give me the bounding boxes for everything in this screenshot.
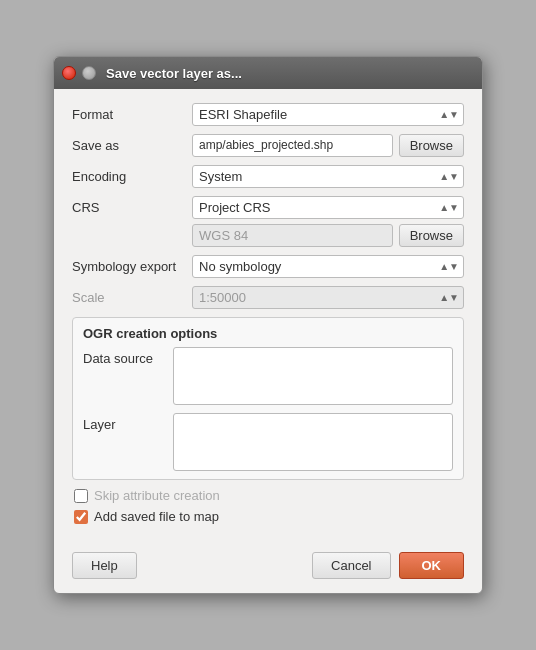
ok-button[interactable]: OK [399,552,465,579]
scale-field: 1:50000 [192,286,464,309]
layer-row: Layer [83,413,453,471]
layer-textarea[interactable] [173,413,453,471]
minimize-button[interactable] [82,66,96,80]
cancel-button[interactable]: Cancel [312,552,390,579]
symbology-select-wrap: No symbology Feature symbology ▲▼ [192,255,464,278]
format-label: Format [72,107,192,122]
encoding-row: Encoding System UTF-8 ▲▼ [72,165,464,188]
scale-row: Scale 1:50000 ▲▼ [72,286,464,309]
close-button[interactable] [62,66,76,80]
dialog-title: Save vector layer as... [106,66,242,81]
data-source-textarea[interactable] [173,347,453,405]
symbology-label: Symbology export [72,259,192,274]
save-as-browse-button[interactable]: Browse [399,134,464,157]
button-row: Help Cancel OK [54,544,482,593]
save-as-row: Save as amp/abies_projected.shp Browse [72,134,464,157]
crs-label: CRS [72,196,192,215]
crs-text-row: WGS 84 Browse [192,224,464,247]
scale-label: Scale [72,290,192,305]
crs-section: Project CRS Layer CRS ▲▼ WGS 84 Browse [192,196,464,247]
format-select[interactable]: ESRI Shapefile GeoPackage GeoJSON [192,103,464,126]
ogr-section: OGR creation options Data source Layer [72,317,464,480]
encoding-select[interactable]: System UTF-8 [192,165,464,188]
save-as-label: Save as [72,138,192,153]
add-to-map-row: Add saved file to map [72,509,464,524]
format-select-wrap: ESRI Shapefile GeoPackage GeoJSON ▲▼ [192,103,464,126]
skip-attr-checkbox[interactable] [74,489,88,503]
save-as-control: amp/abies_projected.shp Browse [192,134,464,157]
skip-attr-row: Skip attribute creation [72,488,464,503]
save-as-path: amp/abies_projected.shp [192,134,393,157]
crs-browse-button[interactable]: Browse [399,224,464,247]
scale-select-wrap: 1:50000 ▲▼ [192,286,464,309]
format-row: Format ESRI Shapefile GeoPackage GeoJSON… [72,103,464,126]
symbology-select[interactable]: No symbology Feature symbology [192,255,464,278]
form-content: Format ESRI Shapefile GeoPackage GeoJSON… [54,89,482,544]
data-source-label: Data source [83,347,173,366]
encoding-label: Encoding [72,169,192,184]
add-to-map-checkbox[interactable] [74,510,88,524]
data-source-row: Data source [83,347,453,405]
symbology-row: Symbology export No symbology Feature sy… [72,255,464,278]
crs-text-field: WGS 84 [192,224,393,247]
crs-dropdown[interactable]: Project CRS Layer CRS [192,196,464,219]
ogr-title: OGR creation options [83,326,453,341]
crs-row: CRS Project CRS Layer CRS ▲▼ WGS 84 Brow… [72,196,464,247]
add-to-map-label[interactable]: Add saved file to map [94,509,219,524]
help-button[interactable]: Help [72,552,137,579]
titlebar: Save vector layer as... [54,57,482,89]
encoding-select-wrap: System UTF-8 ▲▼ [192,165,464,188]
save-vector-dialog: Save vector layer as... Format ESRI Shap… [53,56,483,594]
layer-label: Layer [83,413,173,432]
skip-attr-label[interactable]: Skip attribute creation [94,488,220,503]
crs-dropdown-wrap: Project CRS Layer CRS ▲▼ [192,196,464,219]
